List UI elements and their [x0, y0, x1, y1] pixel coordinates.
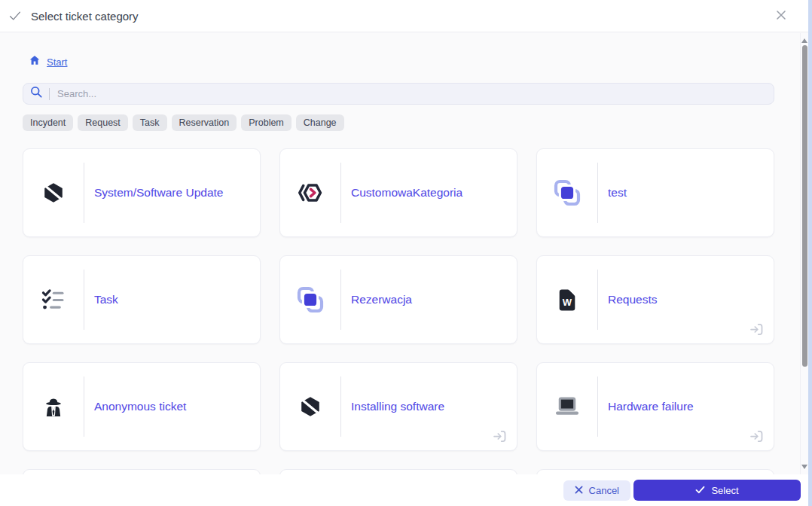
category-label: Rezerwacja — [341, 256, 517, 343]
enter-icon — [492, 428, 508, 444]
scrollbar[interactable] — [800, 33, 808, 474]
filter-chip-incydent[interactable]: Incydent — [23, 114, 73, 131]
category-grid: System/Software UpdateCustomowaKategoria… — [23, 148, 774, 474]
select-label: Select — [711, 485, 738, 496]
category-card-partial[interactable] — [536, 469, 774, 474]
dialog-body: Start IncydentRequestTaskReservationProb… — [0, 33, 808, 474]
category-label: Installing software — [341, 363, 517, 450]
checklist-icon — [23, 256, 84, 343]
category-label: System/Software Update — [84, 149, 260, 236]
word-file-icon: W — [537, 256, 597, 343]
category-label: CustomowaKategoria — [341, 149, 517, 236]
filter-chip-change[interactable]: Change — [296, 114, 344, 131]
cancel-label: Cancel — [589, 485, 619, 496]
custom-category-icon — [280, 149, 340, 236]
copy-squares-icon — [537, 149, 597, 236]
category-card[interactable]: Task — [23, 255, 261, 344]
copy-squares-icon — [280, 256, 340, 343]
category-card[interactable]: System/Software Update — [23, 148, 261, 237]
package-icon — [23, 149, 84, 236]
select-button[interactable]: Select — [633, 480, 801, 501]
filter-chip-task[interactable]: Task — [133, 114, 167, 131]
select-check-icon — [695, 485, 705, 496]
category-card-partial[interactable] — [23, 469, 261, 474]
filter-chip-problem[interactable]: Problem — [241, 114, 292, 131]
page-background-edge — [808, 0, 812, 506]
home-icon[interactable] — [29, 54, 41, 69]
breadcrumb: Start — [29, 54, 67, 69]
category-label: Anonymous ticket — [84, 363, 260, 450]
category-label: test — [598, 149, 774, 236]
filter-chip-reservation[interactable]: Reservation — [172, 114, 237, 131]
cancel-button[interactable]: Cancel — [563, 480, 630, 501]
filter-chip-request[interactable]: Request — [78, 114, 128, 131]
category-card[interactable]: Anonymous ticket — [23, 362, 261, 451]
category-card[interactable]: Installing software — [279, 362, 517, 451]
spy-icon — [23, 363, 84, 450]
category-card[interactable]: test — [536, 148, 774, 237]
search-icon — [29, 85, 44, 102]
close-button[interactable] — [772, 7, 790, 25]
enter-icon — [749, 322, 765, 337]
scrollbar-up-arrow[interactable] — [801, 38, 807, 43]
check-icon — [7, 8, 23, 24]
dialog-footer: Cancel Select — [0, 474, 808, 506]
category-label: Requests — [598, 256, 774, 343]
cancel-x-icon — [575, 485, 583, 496]
category-card[interactable]: Rezerwacja — [279, 255, 517, 344]
search-bar[interactable] — [23, 83, 774, 105]
close-icon — [776, 10, 786, 23]
svg-text:W: W — [563, 297, 572, 308]
laptop-icon — [537, 363, 597, 450]
scrollbar-thumb[interactable] — [802, 45, 807, 367]
category-card-partial[interactable] — [279, 469, 517, 474]
dialog-title: Select ticket category — [31, 10, 139, 23]
category-card[interactable]: WRequests — [536, 255, 774, 344]
search-input[interactable] — [57, 88, 768, 99]
filter-chip-row: IncydentRequestTaskReservationProblemCha… — [23, 114, 344, 131]
search-divider — [49, 88, 50, 100]
category-label: Task — [84, 256, 260, 343]
package-icon — [280, 363, 340, 450]
scrollbar-down-arrow[interactable] — [801, 465, 807, 469]
category-card[interactable]: Hardware failure — [536, 362, 774, 451]
enter-icon — [749, 428, 765, 444]
breadcrumb-start-link[interactable]: Start — [47, 56, 67, 68]
category-label: Hardware failure — [598, 363, 774, 450]
category-card[interactable]: CustomowaKategoria — [279, 148, 517, 237]
dialog-header: Select ticket category — [0, 0, 812, 32]
